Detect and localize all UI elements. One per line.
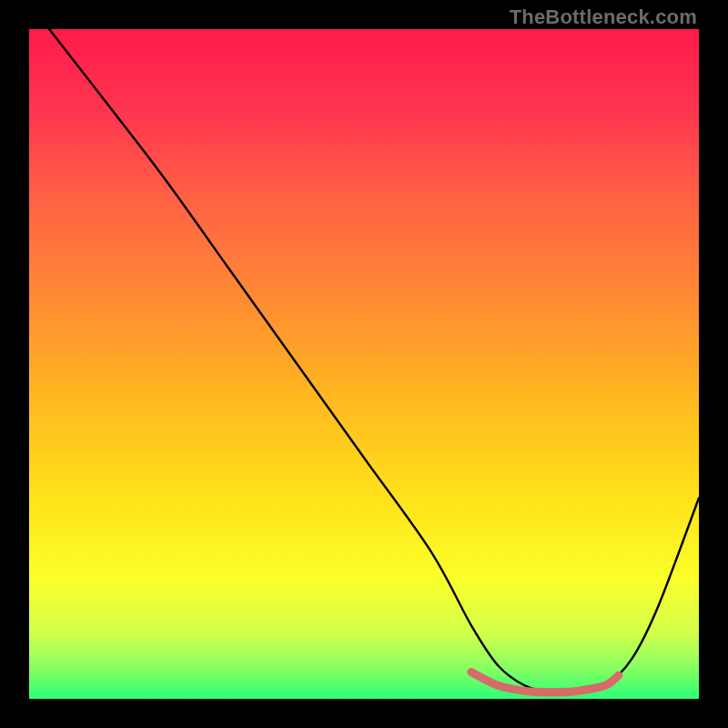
plot-area: [29, 29, 699, 699]
watermark-text: TheBottleneck.com: [510, 5, 697, 29]
highlight-band: [471, 672, 619, 693]
curve-layer: [29, 29, 699, 699]
chart-frame: TheBottleneck.com: [0, 0, 728, 728]
main-curve: [49, 29, 699, 693]
